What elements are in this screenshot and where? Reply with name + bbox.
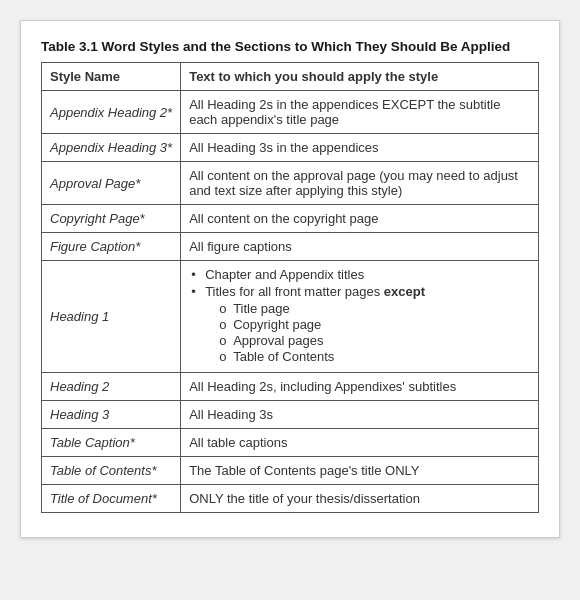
table-row: Approval Page* All content on the approv… [42,162,539,205]
table-row-heading1: Heading 1 Chapter and Appendix titles Ti… [42,261,539,373]
list-item: Title page [217,301,530,316]
list-item: Titles for all front matter pages except… [189,284,530,364]
style-name: Figure Caption* [42,233,181,261]
page-container: Table 3.1 Word Styles and the Sections t… [20,20,560,538]
style-name: Heading 3 [42,401,181,429]
table-row: Appendix Heading 2* All Heading 2s in th… [42,91,539,134]
style-description: All table captions [181,429,539,457]
style-description: All figure captions [181,233,539,261]
style-description: All Heading 2s, including Appendixes' su… [181,373,539,401]
list-item: Copyright page [217,317,530,332]
style-description: All Heading 3s [181,401,539,429]
style-name: Heading 2 [42,373,181,401]
col-header-style: Style Name [42,63,181,91]
table-row: Copyright Page* All content on the copyr… [42,205,539,233]
style-description: ONLY the title of your thesis/dissertati… [181,485,539,513]
style-description: All content on the copyright page [181,205,539,233]
style-description: All content on the approval page (you ma… [181,162,539,205]
table-row: Heading 3 All Heading 3s [42,401,539,429]
table-row: Title of Document* ONLY the title of you… [42,485,539,513]
table-row: Table Caption* All table captions [42,429,539,457]
col-header-description: Text to which you should apply the style [181,63,539,91]
table-row: Figure Caption* All figure captions [42,233,539,261]
style-name-heading1: Heading 1 [42,261,181,373]
table-row: Table of Contents* The Table of Contents… [42,457,539,485]
style-name: Table of Contents* [42,457,181,485]
list-item: Table of Contents [217,349,530,364]
table-row: Heading 2 All Heading 2s, including Appe… [42,373,539,401]
style-name: Approval Page* [42,162,181,205]
style-name: Appendix Heading 3* [42,134,181,162]
list-item: Chapter and Appendix titles [189,267,530,282]
style-description: The Table of Contents page's title ONLY [181,457,539,485]
style-name: Appendix Heading 2* [42,91,181,134]
styles-table: Style Name Text to which you should appl… [41,62,539,513]
table-row: Appendix Heading 3* All Heading 3s in th… [42,134,539,162]
style-name: Table Caption* [42,429,181,457]
list-item: Approval pages [217,333,530,348]
style-description: All Heading 3s in the appendices [181,134,539,162]
table-title: Table 3.1 Word Styles and the Sections t… [41,39,539,54]
style-description-heading1: Chapter and Appendix titles Titles for a… [181,261,539,373]
style-description: All Heading 2s in the appendices EXCEPT … [181,91,539,134]
style-name: Copyright Page* [42,205,181,233]
style-name: Title of Document* [42,485,181,513]
bold-except: except [384,284,425,299]
